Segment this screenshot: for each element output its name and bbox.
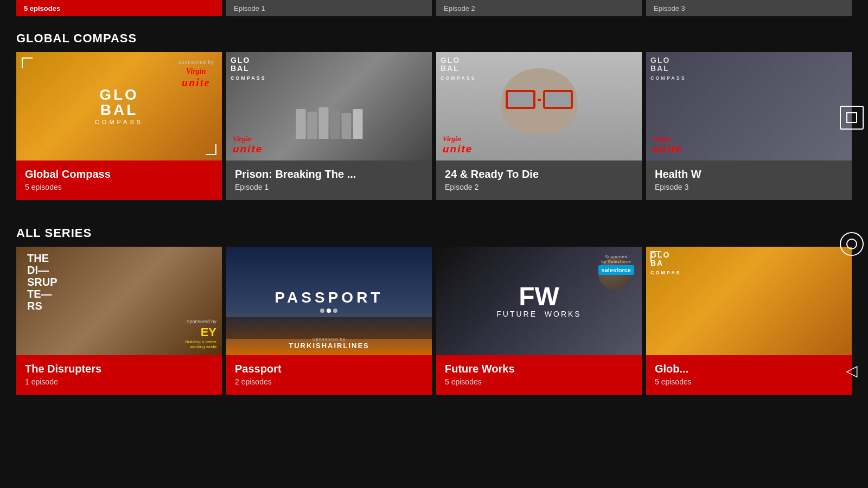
card-global-compass[interactable]: GLO BAL COMPASS Sponsored by Virgin unit… [16, 52, 222, 200]
thumb-global2-bg: GLOBACOMPAS [646, 247, 852, 355]
sponsored-by-badge: Sponsored by Virgin unite [177, 60, 214, 89]
disrupters-logo: THEDI—SRUPTE—RS [22, 252, 58, 312]
card-disrupters-thumb: THEDI—SRUPTE—RS Sponsored by EY Building… [16, 247, 222, 355]
square-icon [846, 112, 857, 123]
fw-text: FW [496, 284, 581, 310]
section-global-compass: GLOBAL COMPASS GLO BAL COMPASS Sponsor [0, 16, 868, 200]
card-passport-info: Passport 2 episodes [226, 355, 432, 395]
card-futureworks[interactable]: FW FUTURE WORKS Supportedby Salesforce s… [436, 247, 642, 395]
top-strip-item-2: Episode 1 [226, 0, 432, 16]
nav-circle-button[interactable] [840, 232, 864, 256]
card-health-title: Health W [655, 168, 843, 181]
cityscape [226, 317, 432, 339]
fw-subtext: FUTURE WORKS [496, 310, 581, 318]
bracket-br-icon [206, 144, 216, 155]
24ready-unite-text: unite [443, 143, 473, 155]
card-health[interactable]: GLOBALCOMPASS Virgin unite Health W Epis… [646, 52, 852, 200]
card-futureworks-sub: 5 episodes [445, 377, 633, 386]
sponsored-label: Sponsored by [177, 60, 214, 65]
fw-logo: FW FUTURE WORKS [496, 284, 581, 318]
turkish-badge: Sponsored by TURKISHAIRLINES [289, 337, 369, 350]
bracket-tl-icon [22, 57, 33, 68]
global2-bracket-tl [650, 251, 661, 262]
global-compass-logo: GLO BAL COMPASS [95, 87, 143, 125]
glo-text: GLO [95, 87, 143, 102]
prison-people [296, 107, 362, 139]
card-24ready[interactable]: GLOBALCOMPASS Virgin unite [436, 52, 642, 200]
thumb-disrupters-bg: THEDI—SRUPTE—RS Sponsored by EY Building… [16, 247, 222, 355]
card-prison[interactable]: GLOBALCOMPASS Virgin [226, 52, 432, 200]
circle-icon [846, 239, 857, 249]
card-global-compass-title: Global Compass [25, 168, 213, 181]
card-futureworks-info: Future Works 5 episodes [436, 355, 642, 395]
top-strip: 5 episodes Episode 1 Episode 2 Episode 3 [0, 0, 868, 16]
salesforce-label: Supportedby Salesforce [598, 254, 634, 264]
card-prison-title: Prison: Breaking The ... [235, 168, 423, 181]
card-global2-info: Glob... 5 episodes [646, 355, 852, 395]
turkish-label: Sponsored by [289, 337, 369, 342]
nav-square-button[interactable] [840, 106, 864, 130]
thumb-futureworks-bg: FW FUTURE WORKS Supportedby Salesforce s… [436, 247, 642, 355]
section2-card-row: THEDI—SRUPTE—RS Sponsored by EY Building… [0, 247, 868, 395]
card-futureworks-thumb: FW FUTURE WORKS Supportedby Salesforce s… [436, 247, 642, 355]
card-futureworks-title: Future Works [445, 363, 633, 375]
card-global2-sub: 5 episodes [655, 377, 843, 386]
nav-buttons: ◁ [835, 0, 868, 488]
card-global2-title: Glob... [655, 363, 843, 375]
card-global2[interactable]: GLOBACOMPAS Glob... 5 episodes [646, 247, 852, 395]
ey-badge: Sponsored by EY Building a betterworking… [185, 319, 216, 350]
ey-tagline: Building a betterworking world [185, 339, 216, 350]
card-health-thumb: GLOBALCOMPASS Virgin unite [646, 52, 852, 160]
card-24ready-sub: Episode 2 [445, 183, 633, 191]
triangle-icon: ◁ [846, 362, 858, 380]
prison-virgin-text: Virgin [233, 134, 251, 143]
section-all-series: ALL SERIES THEDI—SRUPTE—RS Sponsored by … [0, 211, 868, 395]
salesforce-logo: salesforce [598, 265, 634, 275]
card-24ready-thumb: GLOBALCOMPASS Virgin unite [436, 52, 642, 160]
card-disrupters[interactable]: THEDI—SRUPTE—RS Sponsored by EY Building… [16, 247, 222, 395]
card-prison-info: Prison: Breaking The ... Episode 1 [226, 160, 432, 200]
virgin-unite-logo: Virgin unite [177, 65, 214, 89]
thumb-passport-bg: PASSPORT Sponsored by TURKISHAIRLINES [226, 247, 432, 355]
prison-global-logo: GLOBALCOMPASS [231, 56, 266, 81]
card-global-compass-sub: 5 episodes [25, 183, 213, 191]
prison-unite-text: unite [233, 143, 263, 155]
card-passport-thumb: PASSPORT Sponsored by TURKISHAIRLINES [226, 247, 432, 355]
salesforce-badge: Supportedby Salesforce salesforce [598, 254, 634, 275]
section1-card-row: GLO BAL COMPASS Sponsored by Virgin unit… [0, 52, 868, 200]
card-passport-title: Passport [235, 363, 423, 375]
top-strip-item-3: Episode 2 [436, 0, 642, 16]
24ready-virgin-badge: Virgin unite [443, 134, 473, 155]
top-strip-item-4: Episode 3 [646, 0, 852, 16]
card-global-compass-thumb: GLO BAL COMPASS Sponsored by Virgin unit… [16, 52, 222, 160]
24ready-global-logo: GLOBALCOMPASS [441, 56, 476, 81]
thumb-24ready-bg: GLOBALCOMPASS Virgin unite [436, 52, 642, 160]
card-global-compass-info: Global Compass 5 episodes [16, 160, 222, 200]
health-virgin-text: Virgin [653, 134, 671, 143]
nav-triangle-button[interactable]: ◁ [840, 358, 864, 382]
card-health-info: Health W Episode 3 [646, 160, 852, 200]
top-strip-item-1: 5 episodes [16, 0, 222, 16]
thumb-health-bg: GLOBALCOMPASS Virgin unite [646, 52, 852, 160]
card-24ready-info: 24 & Ready To Die Episode 2 [436, 160, 642, 200]
health-global-logo: GLOBALCOMPASS [650, 56, 686, 81]
turkish-name: TURKISHAIRLINES [289, 342, 369, 350]
passport-logo: PASSPORT [275, 289, 384, 313]
page: 5 episodes Episode 1 Episode 2 Episode 3… [0, 0, 868, 488]
bal-text: BAL [95, 102, 143, 118]
card-24ready-title: 24 & Ready To Die [445, 168, 633, 181]
ey-logo: EY [185, 325, 216, 339]
24ready-virgin-text: Virgin [443, 134, 461, 143]
card-passport-sub: 2 episodes [235, 377, 423, 386]
health-unite-text: unite [653, 143, 682, 155]
compass-label: COMPASS [95, 119, 143, 125]
passport-title: PASSPORT [275, 289, 384, 306]
health-virgin-badge: Virgin unite [653, 134, 682, 155]
card-disrupters-title: The Disrupters [25, 363, 213, 375]
section1-title: GLOBAL COMPASS [0, 16, 868, 52]
glasses [506, 90, 573, 109]
card-passport[interactable]: PASSPORT Sponsored by TURKISHAIRLINES [226, 247, 432, 395]
card-health-sub: Episode 3 [655, 183, 843, 191]
card-disrupters-info: The Disrupters 1 episode [16, 355, 222, 395]
card-prison-thumb: GLOBALCOMPASS Virgin [226, 52, 432, 160]
